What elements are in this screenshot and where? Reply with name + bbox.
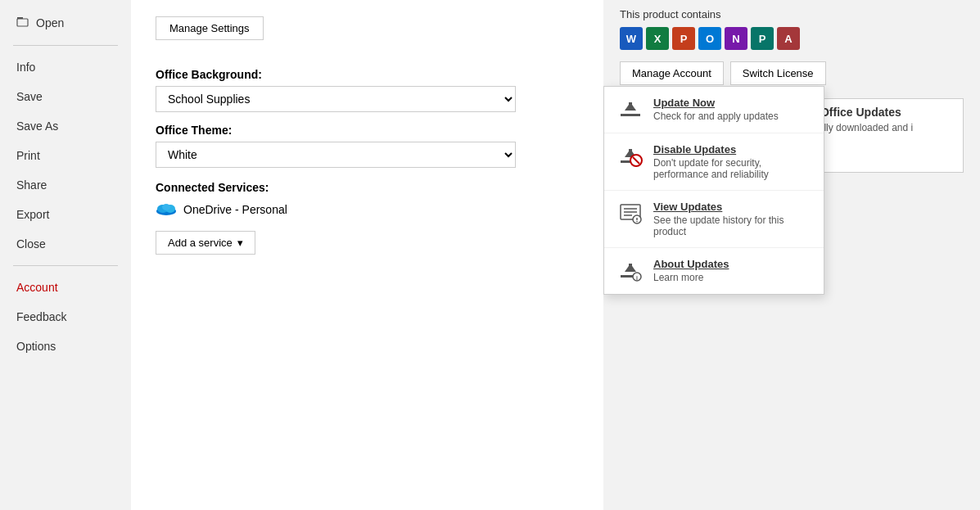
sidebar-item-save-as[interactable]: Save As [0, 111, 131, 141]
open-icon [16, 15, 29, 30]
disable-updates-text: Disable Updates Don't update for securit… [653, 143, 811, 180]
manage-account-button[interactable]: Manage Account [620, 61, 724, 85]
sidebar-item-options[interactable]: Options [0, 332, 131, 361]
sidebar-item-export[interactable]: Export [0, 200, 131, 229]
right-panel: This product contains W X P O N P A Mana… [603, 0, 980, 510]
svg-text:i: i [636, 275, 638, 281]
view-updates-text: View Updates See the update history for … [653, 201, 811, 237]
dropdown-item-view-updates[interactable]: View Updates See the update history for … [604, 191, 824, 248]
office-theme-select[interactable]: White Dark Gray Black Colorful [156, 142, 516, 168]
sidebar-item-open[interactable]: Open [0, 7, 131, 38]
word-icon: W [620, 27, 643, 50]
onenote-icon: N [725, 27, 747, 50]
sidebar-item-close[interactable]: Close [0, 229, 131, 259]
sidebar-item-info[interactable]: Info [0, 52, 131, 82]
product-contains-label: This product contains [620, 8, 964, 20]
svg-rect-11 [629, 102, 632, 111]
sidebar-item-share[interactable]: Share [0, 170, 131, 200]
powerpoint-icon: P [672, 27, 695, 50]
sidebar-item-feedback[interactable]: Feedback [0, 302, 131, 332]
sidebar-divider-top [13, 45, 118, 46]
sidebar-item-save[interactable]: Save [0, 82, 131, 111]
office-background-label: Office Background: [156, 68, 579, 81]
sidebar-open-label: Open [36, 16, 64, 29]
dropdown-item-update-now[interactable]: Update Now Check for and apply updates [604, 87, 824, 133]
switch-license-button[interactable]: Switch License [730, 61, 826, 85]
about-updates-text: About Updates Learn more [653, 258, 729, 283]
excel-icon: X [646, 27, 669, 50]
svg-rect-27 [629, 264, 632, 272]
connected-services-label: Connected Services: [156, 181, 579, 194]
about-updates-icon: i [617, 258, 644, 284]
svg-point-24 [636, 221, 638, 223]
publisher-icon: P [751, 27, 774, 50]
onedrive-label: OneDrive - Personal [183, 203, 287, 216]
sidebar-item-print[interactable]: Print [0, 141, 131, 170]
account-buttons-row: Manage Account Switch License [620, 61, 964, 85]
svg-point-5 [162, 204, 170, 210]
svg-rect-1 [17, 19, 28, 26]
outlook-icon: O [698, 27, 721, 50]
svg-rect-9 [621, 114, 640, 116]
app-icons-row: W X P O N P A [620, 27, 964, 50]
dropdown-item-disable-updates[interactable]: Disable Updates Don't update for securit… [604, 133, 824, 191]
add-service-chevron-icon: ▾ [237, 237, 243, 249]
dropdown-item-about-updates[interactable]: i About Updates Learn more [604, 248, 824, 294]
main-content: Manage Settings Office Background: Schoo… [131, 0, 603, 510]
sidebar-item-account[interactable]: Account [0, 273, 131, 302]
office-background-select[interactable]: School Supplies None Calligraphy Circuit… [156, 86, 516, 112]
view-updates-icon [617, 201, 644, 227]
onedrive-service-item: OneDrive - Personal [156, 201, 579, 218]
add-service-button[interactable]: Add a service ▾ [156, 231, 255, 255]
manage-settings-button[interactable]: Manage Settings [156, 16, 264, 40]
sidebar-divider-bottom [13, 265, 118, 266]
update-now-text: Update Now Check for and apply updates [653, 97, 779, 122]
onedrive-icon [156, 201, 177, 218]
sidebar: Open Info Save Save As Print Share Expor… [0, 0, 131, 510]
update-now-icon [617, 97, 644, 123]
office-theme-label: Office Theme: [156, 124, 579, 137]
disable-updates-icon [617, 143, 644, 169]
update-options-dropdown: Update Now Check for and apply updates D… [603, 86, 824, 295]
access-icon: A [777, 27, 800, 50]
